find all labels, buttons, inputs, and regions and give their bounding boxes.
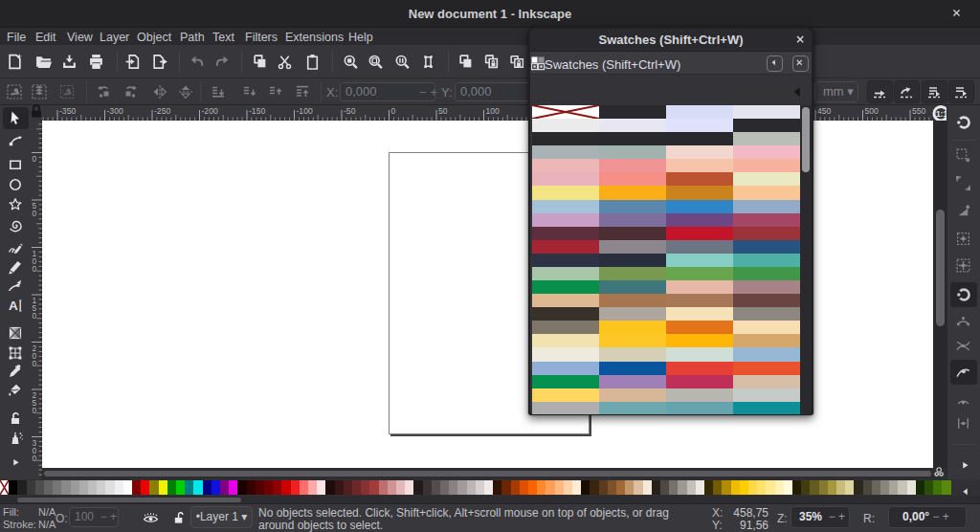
svg-text:-350: -350: [59, 106, 76, 116]
svg-text:0: 0: [33, 311, 37, 321]
svg-text:-150: -150: [249, 106, 265, 116]
svg-text:-200: -200: [202, 106, 218, 116]
svg-text:0: 0: [33, 359, 37, 368]
svg-text:450: 450: [817, 106, 832, 116]
svg-text:0: 0: [33, 454, 37, 463]
svg-text:500: 500: [865, 106, 880, 116]
svg-text:-300: -300: [107, 106, 123, 116]
svg-text:0: 0: [33, 406, 37, 415]
svg-text:-250: -250: [154, 106, 170, 116]
svg-text:-100: -100: [297, 106, 313, 116]
svg-text:50: 50: [438, 106, 448, 116]
svg-text:550: 550: [912, 106, 926, 116]
svg-text:0: 0: [33, 209, 37, 218]
svg-text:A: A: [9, 299, 18, 313]
svg-text:-50: -50: [344, 106, 356, 116]
svg-text:0: 0: [391, 106, 396, 116]
svg-text:0: 0: [33, 154, 37, 164]
svg-text:0: 0: [33, 264, 37, 274]
svg-text:100: 100: [486, 106, 501, 116]
